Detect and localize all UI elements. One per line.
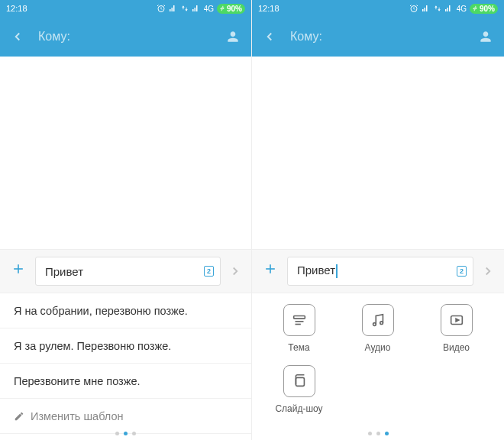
template-item[interactable]: Я за рулем. Перезвоню позже. [0,328,251,364]
templates-panel: Я на собрании, перезвоню позже. Я за рул… [0,293,251,440]
phone-left: 12:18 4G 90% Кому: [0,0,252,440]
attach-panel: Тема Аудио Видео [252,293,504,440]
message-input[interactable]: Привет 2 [35,257,221,286]
svg-rect-13 [296,377,304,386]
svg-rect-6 [293,316,305,319]
signal-icon-2 [444,4,454,13]
attach-label: Тема [288,342,309,353]
theme-icon [283,304,315,336]
message-area [252,57,504,249]
message-input[interactable]: Привет 2 [287,257,473,286]
status-bar: 12:18 4G 90% [252,0,504,17]
attach-theme[interactable]: Тема [260,304,338,353]
sim-selector[interactable]: 2 [204,266,214,277]
send-button[interactable] [481,264,495,278]
compose-bar: Привет 2 [0,249,251,293]
attach-video[interactable]: Видео [417,304,496,353]
alarm-icon [409,4,418,13]
page-dot [115,432,119,435]
person-icon [478,29,493,44]
to-field-label[interactable]: Кому: [290,30,478,44]
svg-point-10 [380,322,383,325]
message-input-text: Привет [45,265,204,278]
video-icon [441,304,473,336]
page-dot [132,432,136,435]
template-item[interactable]: Я на собрании, перезвоню позже. [0,293,251,328]
plus-icon [11,261,26,277]
status-time: 12:18 [6,4,27,13]
attach-label: Слайд-шоу [275,403,322,414]
send-button[interactable] [228,264,242,278]
edit-templates-button[interactable]: Изменить шаблон [0,399,251,434]
page-indicator [0,432,251,435]
network-label: 4G [204,5,214,13]
pencil-icon [14,411,24,422]
page-dot-active [124,432,128,435]
page-dot-active [385,432,389,435]
battery-indicator: 90% [217,4,245,14]
attach-button[interactable] [9,261,27,281]
attach-label: Видео [443,342,470,353]
page-indicator [252,432,504,435]
sim-selector[interactable]: 2 [457,266,467,277]
attach-slideshow[interactable]: Слайд-шоу [260,365,338,414]
chevron-left-icon [263,30,276,44]
status-icons: 4G 90% [157,4,245,14]
attach-label: Аудио [365,342,391,353]
compose-header: Кому: [252,17,504,57]
data-arrows-icon [434,4,441,13]
plus-icon [263,261,278,277]
attach-audio[interactable]: Аудио [338,304,417,353]
signal-icon [422,4,431,13]
svg-point-9 [373,323,376,326]
slideshow-icon [283,365,315,397]
audio-icon [362,304,394,336]
message-input-text: Привет [297,264,457,278]
signal-icon [169,4,178,13]
network-label: 4G [457,5,467,13]
add-contact-button[interactable] [225,29,241,44]
svg-marker-12 [456,319,459,322]
back-button[interactable] [11,30,24,44]
page-dot [376,432,380,435]
compose-bar: Привет 2 [252,249,504,293]
person-icon [225,29,241,44]
template-item[interactable]: Перезвоните мне позже. [0,364,251,399]
status-icons: 4G 90% [409,4,498,14]
message-area [0,57,251,249]
page-dot [368,432,372,435]
add-contact-button[interactable] [478,29,493,44]
alarm-icon [157,4,166,13]
phone-right: 12:18 4G 90% Кому: [252,0,504,440]
signal-icon-2 [192,4,201,13]
status-bar: 12:18 4G 90% [0,0,251,17]
chevron-right-icon [228,264,242,278]
battery-indicator: 90% [470,4,498,14]
chevron-right-icon [481,264,495,278]
data-arrows-icon [181,4,189,13]
chevron-left-icon [11,30,24,44]
back-button[interactable] [263,30,276,44]
attach-button[interactable] [261,261,279,281]
to-field-label[interactable]: Кому: [38,30,225,44]
compose-header: Кому: [0,17,251,57]
status-time: 12:18 [258,4,279,13]
